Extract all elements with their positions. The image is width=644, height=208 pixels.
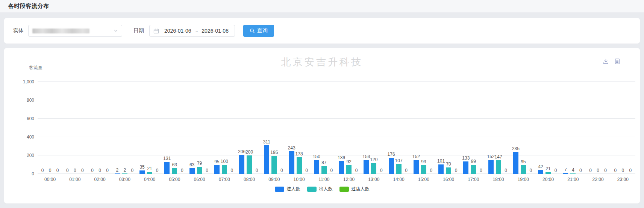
legend-item-出人数[interactable]: 出人数 xyxy=(307,186,333,192)
bar-group: 152147018:00 xyxy=(488,82,509,174)
bar-出人数[interactable] xyxy=(197,167,202,174)
bar-group: 3521004:00 xyxy=(139,82,161,174)
y-axis-tick: 200 xyxy=(27,153,34,158)
bar-出人数[interactable] xyxy=(247,155,252,174)
bar-slot: 0 xyxy=(179,82,185,174)
bar-出人数[interactable] xyxy=(172,168,177,174)
bar-group: 13399017:00 xyxy=(463,82,484,174)
bar-value-label: 0 xyxy=(430,168,433,173)
bar-slot: 0 xyxy=(303,82,310,174)
bar-value-label: 131 xyxy=(163,156,171,161)
bar-进人数[interactable] xyxy=(463,161,468,174)
bar-value-label: 311 xyxy=(263,140,270,144)
bar-出人数[interactable] xyxy=(122,173,127,174)
bar-value-label: 150 xyxy=(313,154,320,159)
bar-进人数[interactable] xyxy=(414,160,419,174)
bar-进人数[interactable] xyxy=(239,155,244,174)
bar-出人数[interactable] xyxy=(570,173,576,174)
bar-slot: 0 xyxy=(595,82,601,174)
bar-出人数[interactable] xyxy=(421,165,426,174)
bar-进人数[interactable] xyxy=(438,164,444,174)
bar-出人数[interactable] xyxy=(546,172,551,174)
bar-slot: 0 xyxy=(627,82,633,174)
page-title: 各时段客流分布 xyxy=(8,3,49,10)
bar-出人数[interactable] xyxy=(321,166,327,174)
bar-group: 00002:00 xyxy=(89,82,111,174)
bar-进人数[interactable] xyxy=(364,160,369,174)
bar-进人数[interactable] xyxy=(115,173,120,174)
date-start-value[interactable]: 2026-01-06 xyxy=(162,28,194,34)
bar-value-label: 0 xyxy=(206,168,208,173)
bar-进人数[interactable] xyxy=(164,162,170,174)
data-view-icon[interactable] xyxy=(614,58,620,65)
calendar-icon xyxy=(153,28,159,34)
bar-出人数[interactable] xyxy=(521,165,526,174)
bar-value-label: 7 xyxy=(564,167,567,172)
bar-出人数[interactable] xyxy=(222,165,227,174)
bar-出人数[interactable] xyxy=(446,167,451,174)
bar-value-label: 42 xyxy=(538,164,543,169)
bar-value-label: 243 xyxy=(288,146,295,150)
bar-slot: 101 xyxy=(438,82,444,174)
bar-value-label: 0 xyxy=(405,168,408,173)
bar-进人数[interactable] xyxy=(189,168,195,174)
bar-slot: 0 xyxy=(154,82,161,174)
legend-marker xyxy=(275,187,284,192)
bar-进人数[interactable] xyxy=(214,165,220,174)
bar-value-label: 95 xyxy=(214,160,219,164)
legend-item-进人数[interactable]: 进人数 xyxy=(275,186,300,192)
bar-value-label: 152 xyxy=(487,154,495,159)
bar-value-label: 99 xyxy=(471,159,476,164)
x-axis-tick: 09:00 xyxy=(268,177,280,182)
bar-进人数[interactable] xyxy=(339,161,344,174)
bar-group: 00001:00 xyxy=(64,82,86,174)
bar-value-label: 0 xyxy=(81,168,84,173)
bar-进人数[interactable] xyxy=(389,158,394,174)
bar-出人数[interactable] xyxy=(346,165,352,174)
bar-进人数[interactable] xyxy=(538,170,543,174)
bar-出人数[interactable] xyxy=(147,172,152,174)
bar-slot: 0 xyxy=(279,82,285,174)
bar-进人数[interactable] xyxy=(264,145,269,174)
bar-进人数[interactable] xyxy=(513,152,518,174)
download-icon[interactable] xyxy=(603,58,609,65)
watermark: 北京安吉升科技 xyxy=(281,56,363,69)
bar-slot: 2 xyxy=(121,82,128,174)
x-axis-tick: 17:00 xyxy=(468,177,479,182)
legend-item-过店人数[interactable]: 过店人数 xyxy=(339,186,370,192)
bar-进人数[interactable] xyxy=(289,151,294,174)
bar-value-label: 195 xyxy=(270,150,278,155)
bar-出人数[interactable] xyxy=(496,160,501,174)
bar-slot: 153 xyxy=(363,82,370,174)
bar-进人数[interactable] xyxy=(139,170,145,174)
bar-进人数[interactable] xyxy=(314,160,319,174)
bar-出人数[interactable] xyxy=(271,156,277,174)
bar-出人数[interactable] xyxy=(471,165,476,174)
bar-group: 00022:00 xyxy=(587,82,609,174)
date-label: 日期 xyxy=(133,27,144,34)
bar-出人数[interactable] xyxy=(371,163,376,174)
bar-slot: 0 xyxy=(353,82,360,174)
bar-进人数[interactable] xyxy=(488,160,494,174)
bar-出人数[interactable] xyxy=(297,157,302,174)
bar-value-label: 0 xyxy=(41,168,44,173)
entity-select[interactable] xyxy=(28,25,122,37)
bar-进人数[interactable] xyxy=(563,173,568,174)
y-axis-tick: 1,000 xyxy=(23,79,34,84)
y-axis-tick: 800 xyxy=(27,98,34,103)
x-axis-tick: 10:00 xyxy=(294,177,305,182)
bar-value-label: 21 xyxy=(147,166,152,171)
bar-出人数[interactable] xyxy=(396,164,402,174)
bar-slot: 0 xyxy=(55,82,61,174)
bar-slot: 0 xyxy=(403,82,409,174)
bar-slot: 120 xyxy=(371,82,377,174)
filter-bar: 实体 日期 2026-01-06 ~ 2026-01-08 xyxy=(4,18,640,44)
bar-slot: 0 xyxy=(47,82,53,174)
bar-group: 15087011:00 xyxy=(313,82,335,174)
query-button[interactable]: 查询 xyxy=(243,25,274,37)
x-axis-tick: 06:00 xyxy=(194,177,205,182)
date-range-picker[interactable]: 2026-01-06 ~ 2026-01-08 xyxy=(149,25,235,37)
bar-slot: 311 xyxy=(264,82,270,174)
date-end-value[interactable]: 2026-01-08 xyxy=(199,28,231,34)
bar-slot: 100 xyxy=(221,82,227,174)
